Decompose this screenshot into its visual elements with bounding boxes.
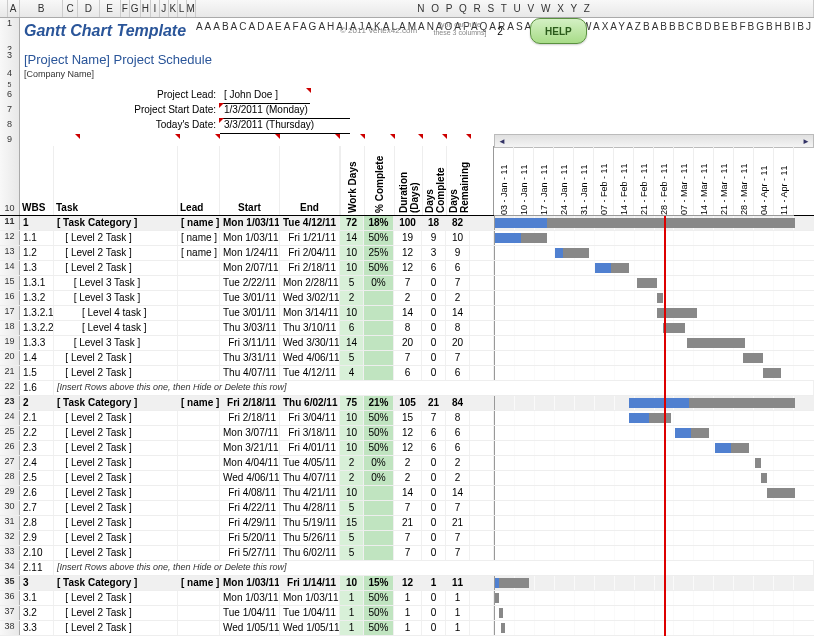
cell-pct[interactable]: 50% bbox=[364, 411, 394, 425]
cell-wbs[interactable]: 2.7 bbox=[20, 501, 54, 515]
table-row[interactable]: 221.6[Insert Rows above this one, then H… bbox=[0, 381, 814, 396]
cell-duration[interactable]: 2 bbox=[394, 456, 422, 470]
cell-task[interactable]: [ Level 3 Task ] bbox=[54, 336, 178, 350]
cell-days-remaining[interactable]: 2 bbox=[446, 291, 470, 305]
table-row[interactable]: 373.2 [ Level 2 Task ]Tue 1/04/11Tue 1/0… bbox=[0, 606, 814, 621]
cell-workdays[interactable]: 10 bbox=[340, 441, 364, 455]
col-A[interactable]: A bbox=[8, 0, 20, 17]
cell-duration[interactable]: 12 bbox=[394, 246, 422, 260]
cell-days-remaining[interactable]: 10 bbox=[446, 231, 470, 245]
cell-workdays[interactable]: 5 bbox=[340, 531, 364, 545]
row-num[interactable]: 31 bbox=[0, 516, 20, 530]
cell-spacer[interactable] bbox=[470, 516, 494, 530]
cell-duration[interactable]: 7 bbox=[394, 531, 422, 545]
col-J[interactable]: J bbox=[160, 0, 169, 17]
cell-days-remaining[interactable]: 6 bbox=[446, 426, 470, 440]
cell-wbs[interactable]: 3.1 bbox=[20, 591, 54, 605]
cell-task[interactable]: [ Level 2 Task ] bbox=[54, 231, 178, 245]
comment-indicator-icon[interactable] bbox=[306, 88, 311, 93]
cell-days-remaining[interactable]: 14 bbox=[446, 486, 470, 500]
cell-lead[interactable] bbox=[178, 261, 220, 275]
row-num[interactable]: 28 bbox=[0, 471, 20, 485]
cell-duration[interactable]: 2 bbox=[394, 291, 422, 305]
cell-spacer[interactable] bbox=[470, 411, 494, 425]
cell-days-remaining[interactable]: 8 bbox=[446, 411, 470, 425]
cell-pct[interactable] bbox=[364, 501, 394, 515]
cell-spacer[interactable] bbox=[470, 546, 494, 560]
header-lead[interactable]: Lead bbox=[178, 146, 220, 215]
cell-wbs[interactable]: 2.1 bbox=[20, 411, 54, 425]
row-num-6[interactable]: 6 bbox=[0, 89, 20, 104]
cell-days-complete[interactable]: 0 bbox=[422, 621, 446, 635]
cell-task[interactable]: [ Level 2 Task ] bbox=[54, 456, 178, 470]
cell-start[interactable]: Fri 5/20/11 bbox=[220, 531, 280, 545]
cell-duration[interactable]: 6 bbox=[394, 366, 422, 380]
cell-days-remaining[interactable]: 20 bbox=[446, 336, 470, 350]
cell-wbs[interactable]: 1.3.2 bbox=[20, 291, 54, 305]
row-num-4[interactable]: 4 bbox=[0, 68, 20, 81]
cell-days-remaining[interactable]: 14 bbox=[446, 306, 470, 320]
cell-days-remaining[interactable]: 11 bbox=[446, 576, 470, 590]
cell-workdays[interactable]: 5 bbox=[340, 276, 364, 290]
cell-start[interactable]: Mon 1/03/11 bbox=[220, 591, 280, 605]
cell-pct[interactable]: 15% bbox=[364, 576, 394, 590]
row-num[interactable]: 15 bbox=[0, 276, 20, 290]
cell-lead[interactable]: [ name ] bbox=[178, 216, 220, 230]
header-days-complete[interactable]: Days Complete bbox=[422, 146, 446, 215]
row-num[interactable]: 37 bbox=[0, 606, 20, 620]
table-row[interactable]: 131.2 [ Level 2 Task ][ name ]Mon 1/24/1… bbox=[0, 246, 814, 261]
cell-duration[interactable]: 19 bbox=[394, 231, 422, 245]
cell-lead[interactable] bbox=[178, 516, 220, 530]
cell-days-complete[interactable]: 0 bbox=[422, 291, 446, 305]
row-num[interactable]: 20 bbox=[0, 351, 20, 365]
cell-duration[interactable]: 14 bbox=[394, 486, 422, 500]
cell-task[interactable]: [ Level 3 Task ] bbox=[54, 276, 178, 290]
cell-spacer[interactable] bbox=[470, 531, 494, 545]
header-end[interactable]: End bbox=[280, 146, 340, 215]
cell-pct[interactable]: 0% bbox=[364, 456, 394, 470]
table-row[interactable]: 181.3.2.2 [ Level 4 task ]Thu 3/03/11Thu… bbox=[0, 321, 814, 336]
cell-spacer[interactable] bbox=[470, 231, 494, 245]
row-num[interactable]: 14 bbox=[0, 261, 20, 275]
cell-wbs[interactable]: 2.11 bbox=[20, 561, 54, 575]
cell-wbs[interactable]: 1.4 bbox=[20, 351, 54, 365]
row-num-8[interactable]: 8 bbox=[0, 119, 20, 134]
col-I[interactable]: I bbox=[151, 0, 160, 17]
table-row[interactable]: 121.1 [ Level 2 Task ][ name ]Mon 1/03/1… bbox=[0, 231, 814, 246]
cell-duration[interactable]: 100 bbox=[394, 216, 422, 230]
row-num[interactable]: 30 bbox=[0, 501, 20, 515]
cell-days-remaining[interactable]: 7 bbox=[446, 546, 470, 560]
cell-spacer[interactable] bbox=[470, 471, 494, 485]
row-num[interactable]: 34 bbox=[0, 561, 20, 575]
cell-spacer[interactable] bbox=[470, 576, 494, 590]
cell-days-complete[interactable]: 1 bbox=[422, 576, 446, 590]
cell-start[interactable]: Fri 4/08/11 bbox=[220, 486, 280, 500]
cell-pct[interactable]: 0% bbox=[364, 471, 394, 485]
cell-workdays[interactable]: 10 bbox=[340, 576, 364, 590]
cell-workdays[interactable]: 1 bbox=[340, 591, 364, 605]
cell-duration[interactable]: 7 bbox=[394, 276, 422, 290]
cell-spacer[interactable] bbox=[470, 216, 494, 230]
cell-days-remaining[interactable]: 8 bbox=[446, 321, 470, 335]
row-num-3[interactable]: 3 bbox=[0, 50, 20, 68]
row-num[interactable]: 12 bbox=[0, 231, 20, 245]
cell-task[interactable]: [ Level 2 Task ] bbox=[54, 366, 178, 380]
cell-spacer[interactable] bbox=[470, 306, 494, 320]
comment-indicator-icon[interactable] bbox=[215, 134, 220, 139]
cell-wbs[interactable]: 1.1 bbox=[20, 231, 54, 245]
cell-days-complete[interactable]: 3 bbox=[422, 246, 446, 260]
cell-wbs[interactable]: 2.10 bbox=[20, 546, 54, 560]
table-row[interactable]: 171.3.2.1 [ Level 4 task ]Tue 3/01/11Mon… bbox=[0, 306, 814, 321]
table-row[interactable]: 312.8 [ Level 2 Task ]Fri 4/29/11Thu 5/1… bbox=[0, 516, 814, 531]
cell-pct[interactable]: 50% bbox=[364, 621, 394, 635]
cell-wbs[interactable]: 2.4 bbox=[20, 456, 54, 470]
cell-start[interactable]: Wed 1/05/11 bbox=[220, 621, 280, 635]
table-row[interactable]: 342.11[Insert Rows above this one, then … bbox=[0, 561, 814, 576]
cell-lead[interactable] bbox=[178, 426, 220, 440]
cell-end[interactable]: Fri 2/18/11 bbox=[280, 261, 340, 275]
cell-task[interactable]: [ Level 2 Task ] bbox=[54, 621, 178, 635]
row-num-10[interactable]: 10 bbox=[0, 146, 20, 215]
help-button[interactable]: HELP bbox=[530, 18, 587, 44]
cell-duration[interactable]: 7 bbox=[394, 546, 422, 560]
cell-end[interactable]: Thu 4/21/11 bbox=[280, 486, 340, 500]
